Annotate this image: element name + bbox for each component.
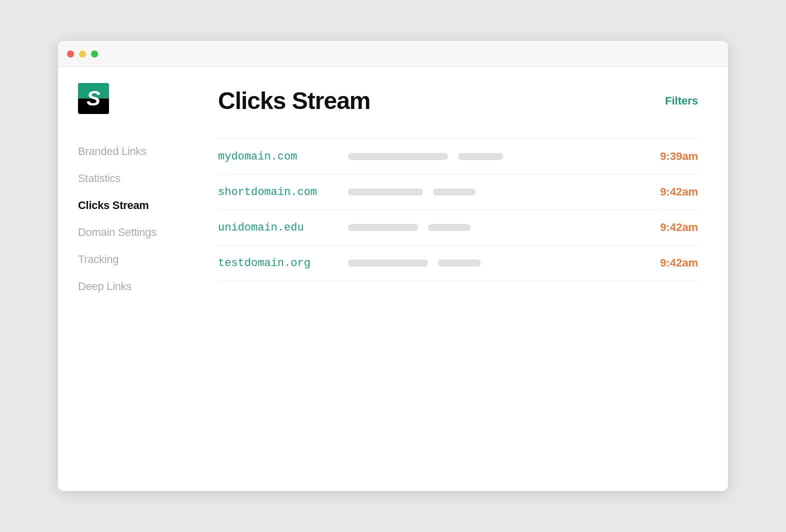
bar-long — [348, 153, 448, 160]
sidebar: S Branded Links Statistics Clicks Stream… — [58, 67, 198, 491]
bar-long — [348, 260, 428, 266]
placeholder-bars — [348, 153, 643, 160]
sidebar-item-domain-settings[interactable]: Domain Settings — [78, 219, 178, 246]
logo-letter: S — [86, 88, 100, 109]
domain-text[interactable]: shortdomain.com — [218, 186, 338, 198]
sidebar-item-clicks-stream[interactable]: Clicks Stream — [78, 192, 178, 219]
app-window: S Branded Links Statistics Clicks Stream… — [58, 41, 728, 491]
filters-button[interactable]: Filters — [665, 94, 698, 108]
bar-short — [438, 260, 480, 266]
sidebar-item-statistics[interactable]: Statistics — [78, 165, 178, 192]
page-title: Clicks Stream — [218, 87, 370, 114]
stream-list: mydomain.com 9:39am shortdomain.com 9:42… — [218, 138, 698, 281]
logo-container: S — [78, 83, 178, 114]
minimize-button[interactable] — [79, 50, 86, 58]
domain-text[interactable]: unidomain.edu — [218, 222, 338, 234]
app-body: S Branded Links Statistics Clicks Stream… — [58, 67, 728, 491]
table-row: shortdomain.com 9:42am — [218, 174, 698, 210]
placeholder-bars — [348, 260, 643, 266]
domain-text[interactable]: mydomain.com — [218, 150, 338, 163]
bar-short — [433, 188, 476, 196]
placeholder-bars — [348, 224, 643, 231]
bar-long — [348, 188, 423, 196]
table-row: unidomain.edu 9:42am — [218, 210, 698, 246]
sidebar-item-tracking[interactable]: Tracking — [78, 246, 178, 273]
time-text: 9:42am — [653, 186, 698, 198]
bar-short — [428, 224, 470, 231]
bar-long — [348, 224, 418, 231]
main-header: Clicks Stream Filters — [218, 87, 698, 114]
logo-box: S — [78, 83, 109, 114]
sidebar-item-branded-links[interactable]: Branded Links — [78, 138, 178, 165]
domain-text[interactable]: testdomain.org — [218, 257, 338, 270]
placeholder-bars — [348, 188, 643, 196]
time-text: 9:39am — [653, 150, 698, 163]
sidebar-item-deep-links[interactable]: Deep Links — [78, 273, 178, 300]
table-row: mydomain.com 9:39am — [218, 138, 698, 174]
time-text: 9:42am — [653, 221, 698, 234]
bar-short — [458, 153, 503, 160]
time-text: 9:42am — [653, 256, 698, 270]
table-row: testdomain.org 9:42am — [218, 246, 698, 281]
maximize-button[interactable] — [91, 50, 98, 58]
titlebar — [58, 41, 728, 67]
main-content: Clicks Stream Filters mydomain.com 9:39a… — [198, 67, 728, 491]
close-button[interactable] — [67, 50, 74, 58]
